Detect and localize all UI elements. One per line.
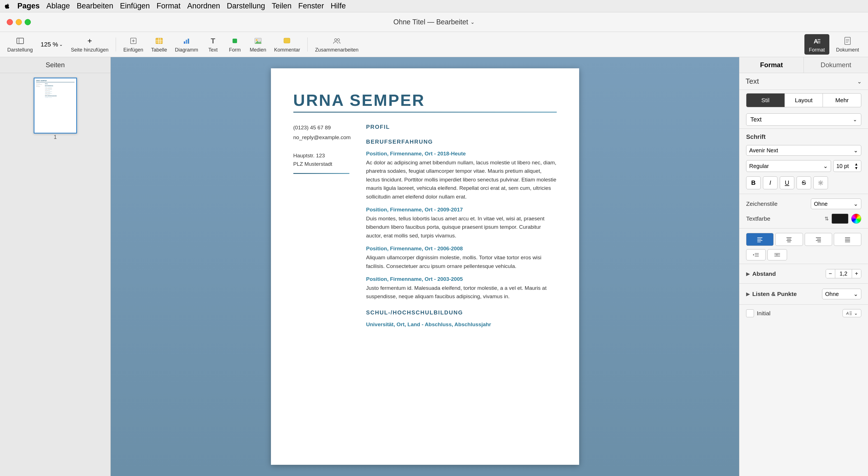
abstand-stepper[interactable]: − 1,2 + [826,269,861,278]
listen-chevron: ⌄ [854,291,858,297]
menubar-darstellung[interactable]: Darstellung [224,1,268,11]
text-button[interactable]: T Text [203,34,223,55]
font-style-dropdown[interactable]: Regular ⌄ [746,160,831,172]
align-center-button[interactable] [775,233,803,246]
indent-buttons [739,248,868,262]
content-area: Seiten URNA SEMPER (0123) 45 67 89no_rep… [0,57,868,476]
toolbar: Darstellung 125 % ⌄ + Seite hinzufügen E… [0,32,868,57]
style-tab-layout[interactable]: Layout [784,93,823,107]
font-size-input[interactable]: 10 pt ▲ ▼ [833,160,861,172]
format-tab-button[interactable]: A Format [804,34,829,55]
initial-checkbox[interactable] [746,309,754,317]
style-tabs: Stil Layout Mehr [739,90,868,111]
gear-icon [818,180,824,185]
underline-button[interactable]: U [780,176,794,189]
cv-job2-text: Duis montes, tellus lobortis lacus amet … [366,214,557,240]
textfarbe-up-down[interactable]: ⇅ [825,215,829,222]
zeichenstile-dropdown[interactable]: Ohne ⌄ [811,199,861,209]
svg-rect-0 [17,38,24,44]
zeichenstile-chevron: ⌄ [854,201,858,207]
font-size-up[interactable]: ▲ [854,162,858,166]
style-tab-stil[interactable]: Stil [746,93,784,107]
seite-hinzufuegen-button[interactable]: + Seite hinzufügen [68,34,111,55]
menubar-ablage[interactable]: Ablage [44,1,73,11]
einfuegen-button[interactable]: Einfügen [121,34,146,55]
font-size-value: 10 pt [836,163,849,169]
cv-beruf-label: BERUFSERFAHRUNG [366,139,557,145]
initial-text-icon: A [846,311,852,316]
zoom-button[interactable]: 125 % ⌄ [38,39,66,50]
indent-increase-button[interactable] [767,249,787,261]
diagramm-label: Diagramm [175,47,198,53]
medien-button[interactable]: Medien [247,34,269,55]
document-area[interactable]: URNA SEMPER (0123) 45 67 89 no_reply@exa… [111,57,739,476]
align-left-button[interactable] [746,233,774,246]
style-tab-mehr[interactable]: Mehr [823,93,861,107]
font-name-dropdown[interactable]: Avenir Next ⌄ [746,145,861,156]
zusammenarbeiten-button[interactable]: Zusammenarbeiten [312,34,361,55]
menubar-anordnen[interactable]: Anordnen [184,1,223,11]
menubar-hilfe[interactable]: Hilfe [328,1,348,11]
panel-divider-5 [739,304,868,305]
indent-decrease-button[interactable] [746,249,766,261]
panel-tab-format[interactable]: Format [739,57,804,73]
tabelle-button[interactable]: Tabelle [148,34,170,55]
text-label: Text [209,47,218,53]
cv-schul-job: Universität, Ort, Land - Abschluss, Absc… [366,321,557,328]
apple-menu[interactable] [4,3,10,9]
diagramm-button[interactable]: Diagramm [172,34,201,55]
color-wheel[interactable] [851,214,861,224]
format-icon: A [812,36,822,46]
window-title-chevron[interactable]: ⌄ [470,19,475,25]
svg-text:A: A [846,311,849,315]
diagramm-icon [182,36,192,46]
menubar-einfuegen[interactable]: Einfügen [117,1,153,11]
indent-increase-icon [774,252,781,257]
close-button[interactable] [7,19,13,25]
color-swatch[interactable] [832,214,848,224]
minimize-button[interactable] [16,19,22,25]
initial-options-button[interactable]: A ⌄ [842,309,861,317]
menubar-fenster[interactable]: Fenster [296,1,327,11]
align-left-icon [757,236,763,242]
abstand-increase[interactable]: + [852,269,861,278]
page-1-thumb[interactable]: URNA SEMPER (0123) 45 67 89no_reply@exam… [34,77,77,134]
panel-tab-dokument[interactable]: Dokument [804,57,868,73]
abstand-row[interactable]: ▶ Abstand − 1,2 + [739,266,868,281]
sidebar-title: Seiten [0,57,111,73]
text-options-button[interactable] [813,176,828,189]
menubar-teilen[interactable]: Teilen [269,1,294,11]
cv-job2-title: Position, Firmenname, Ort - 2009-2017 [366,207,557,213]
panel-text-chevron[interactable]: ⌄ [857,78,862,85]
cv-job3-text: Aliquam ullamcorper dignissim molestie, … [366,253,557,270]
cv-job1-title: Position, Firmenname, Ort - 2018-Heute [366,150,557,157]
kommentar-label: Kommentar [274,47,300,53]
cv-profil-label: PROFIL [366,124,557,130]
darstellung-button[interactable]: Darstellung [4,34,36,55]
font-size-down[interactable]: ▼ [854,166,858,170]
medien-icon [253,36,263,46]
italic-button[interactable]: I [763,176,777,189]
page-number: 1 [54,134,57,140]
listen-row[interactable]: ▶ Listen & Punkte Ohne ⌄ [739,286,868,302]
text-style-dropdown[interactable]: Text ⌄ [746,113,861,126]
plus-icon: + [85,36,95,46]
form-button[interactable]: Form [225,34,245,55]
listen-dropdown[interactable]: Ohne ⌄ [822,289,861,299]
menubar-pages[interactable]: Pages [14,1,42,11]
menubar-bearbeiten[interactable]: Bearbeiten [74,1,116,11]
align-justify-button[interactable] [834,233,861,246]
kommentar-button[interactable]: Kommentar [271,34,303,55]
align-right-button[interactable] [805,233,832,246]
abstand-decrease[interactable]: − [826,269,835,278]
medien-label: Medien [250,47,266,53]
sidebar: Seiten URNA SEMPER (0123) 45 67 89no_rep… [0,57,111,476]
dokument-tab-button[interactable]: Dokument [832,34,864,55]
strikethrough-button[interactable]: S [797,176,811,189]
bold-button[interactable]: B [746,176,761,189]
abstand-label: Abstand [752,270,824,277]
svg-text:A: A [814,38,818,45]
titlebar: Ohne Titel — Bearbeitet ⌄ [0,12,868,32]
maximize-button[interactable] [25,19,31,25]
menubar-format[interactable]: Format [154,1,184,11]
